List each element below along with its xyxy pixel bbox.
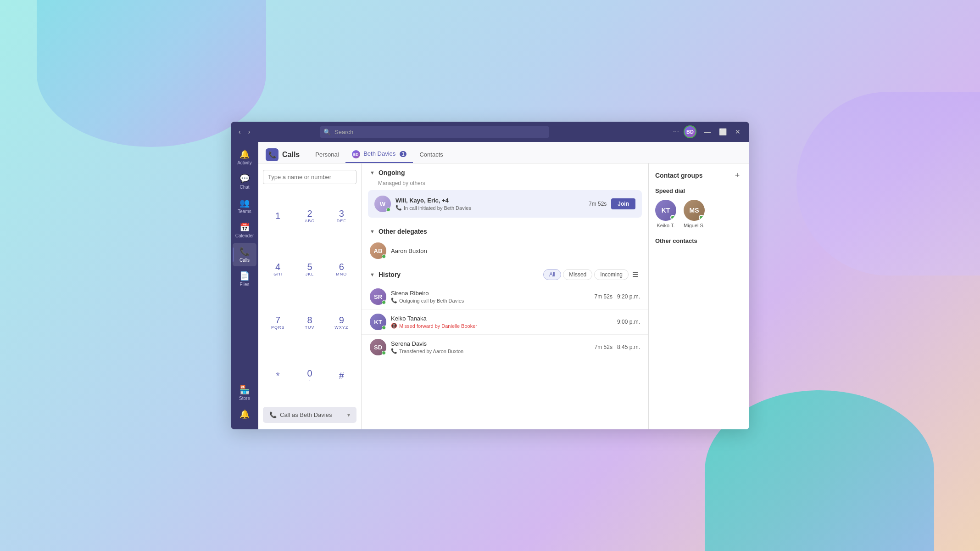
sidebar-item-calendar[interactable]: 📅 Calender [233, 219, 256, 242]
call-as-beth-button[interactable]: 📞 Call as Beth Davies ▾ [263, 407, 356, 423]
minimize-button[interactable]: — [701, 127, 714, 136]
sidebar-item-calls[interactable]: 📞 Calls [233, 243, 256, 266]
sidebar-item-teams[interactable]: 👥 Teams [233, 194, 256, 218]
more-options-icon[interactable]: ··· [673, 128, 679, 136]
ongoing-section-header[interactable]: ▼ Ongoing [362, 163, 648, 179]
dial-key-8[interactable]: 8 TUV [295, 297, 324, 349]
dial-key-5[interactable]: 5 JKL [295, 244, 324, 295]
ongoing-call-name: Will, Kayo, Eric, +4 [395, 197, 584, 204]
contact-groups-panel: Contact groups + Speed dial KT Keiko T. [648, 163, 749, 429]
serena-status-dot [382, 351, 386, 355]
speed-dial-title: Speed dial [655, 187, 743, 194]
dial-letters-9: WXYZ [334, 325, 348, 330]
serena-meta: 7m 52s 8:45 p.m. [595, 344, 640, 350]
user-avatar[interactable]: BD [684, 125, 696, 138]
keiko-time: 9:00 p.m. [617, 319, 640, 325]
dial-letters-2: ABC [305, 219, 315, 223]
sidebar-item-notifications[interactable]: 🔔 [233, 405, 256, 424]
nav-buttons: ‹ › [236, 127, 252, 136]
tab-contacts[interactable]: Contacts [413, 147, 449, 163]
serena-time: 8:45 p.m. [617, 344, 640, 350]
calls-body: 1 2 ABC 3 DEF 4 GHI [258, 163, 749, 429]
dial-key-star[interactable]: * [263, 350, 293, 401]
keiko-sd-avatar: KT [655, 200, 676, 221]
sidebar-item-activity[interactable]: 🔔 Activity [233, 146, 256, 169]
dial-num-hash: # [339, 371, 344, 380]
miguel-sd-name: Miguel S. [684, 223, 705, 228]
history-title: History [379, 271, 401, 278]
call-btn-left: 📞 Call as Beth Davies [269, 411, 332, 418]
filter-all-button[interactable]: All [543, 269, 561, 280]
dial-key-3[interactable]: 3 DEF [327, 191, 356, 242]
ongoing-avatar-wrap: W [374, 196, 391, 212]
sidebar-item-store[interactable]: 🏪 Store [233, 381, 256, 405]
dial-num-star: * [276, 371, 280, 380]
dial-num-5: 5 [307, 262, 312, 271]
dial-key-4[interactable]: 4 GHI [263, 244, 293, 295]
nav-back-button[interactable]: ‹ [236, 127, 243, 136]
dial-key-2[interactable]: 2 ABC [295, 191, 324, 242]
sidebar-item-chat[interactable]: 💬 Chat [233, 170, 256, 193]
dial-key-9[interactable]: 9 WXYZ [327, 297, 356, 349]
sidebar-item-files[interactable]: 📄 Files [233, 267, 256, 291]
sidebar-label-files: Files [239, 282, 249, 287]
sirena-history-info: Sirena Ribeiro 📞 Outgoing call by Beth D… [391, 290, 590, 304]
call-button-label: Call as Beth Davies [280, 411, 332, 418]
tab-personal[interactable]: Personal [309, 147, 345, 163]
dial-letters-5: JKL [306, 272, 314, 276]
dial-key-7[interactable]: 7 PQRS [263, 297, 293, 349]
keiko-sd-status [670, 215, 675, 220]
calendar-icon: 📅 [239, 222, 250, 232]
dial-key-6[interactable]: 6 MNO [327, 244, 356, 295]
delegate-status-dot [382, 254, 386, 259]
sidebar-label-teams: Teams [238, 209, 251, 214]
other-delegates-header[interactable]: ▼ Other delegates [362, 222, 648, 238]
join-call-button[interactable]: Join [611, 198, 635, 209]
ongoing-phone-icon: 📞 [395, 205, 402, 211]
dial-key-0[interactable]: 0 · [295, 350, 324, 401]
close-button[interactable]: ✕ [732, 127, 744, 136]
serena-sub-text: Transferred by Aaron Buxton [399, 349, 463, 354]
calls-tabs: Personal BD Beth Davies 1 Contacts [309, 146, 450, 163]
filter-incoming-button[interactable]: Incoming [594, 269, 629, 280]
ongoing-call-sub-text: In call initiated by Beth Davies [404, 205, 471, 211]
dial-letters-0: · [309, 378, 311, 383]
dial-key-1[interactable]: 1 [263, 191, 293, 242]
add-contact-group-button[interactable]: + [732, 170, 743, 181]
delegates-chevron-icon: ▼ [370, 229, 375, 234]
sirena-duration: 7m 52s [595, 293, 612, 300]
keiko-avatar-wrap: KT [370, 314, 386, 330]
ongoing-call-info: Will, Kayo, Eric, +4 📞 In call initiated… [395, 197, 584, 211]
calls-title: Calls [282, 151, 300, 159]
nav-forward-button[interactable]: › [246, 127, 253, 136]
keiko-call-icon: 📵 [391, 323, 397, 329]
history-row-keiko: KT Keiko Tanaka 📵 Missed forward by Dani… [362, 309, 648, 334]
teams-icon: 👥 [239, 198, 250, 208]
other-delegates-title: Other delegates [379, 228, 427, 235]
history-row-serena: SD Serena Davis 📞 Transferred by Aaron B… [362, 334, 648, 360]
history-chevron-icon: ▼ [370, 272, 375, 277]
keiko-status-dot [382, 326, 386, 330]
filter-options-icon[interactable]: ☰ [630, 269, 640, 280]
dial-input[interactable] [263, 170, 356, 184]
search-input[interactable] [320, 126, 549, 138]
notifications-icon: 🔔 [239, 409, 250, 419]
filter-missed-button[interactable]: Missed [563, 269, 592, 280]
sidebar-label-calendar: Calender [235, 233, 254, 238]
speed-dial-miguel[interactable]: MS Miguel S. [684, 200, 705, 228]
dial-pad: 1 2 ABC 3 DEF 4 GHI [258, 163, 362, 429]
maximize-button[interactable]: ⬜ [716, 127, 730, 136]
dial-letters-3: DEF [337, 219, 346, 223]
sidebar-label-store: Store [239, 396, 250, 401]
sirena-sub: 📞 Outgoing call by Beth Davies [391, 298, 590, 304]
managed-by-others-label: Managed by others [362, 179, 648, 190]
ongoing-call-row: W Will, Kayo, Eric, +4 📞 In call initiat… [368, 190, 642, 218]
dial-key-hash[interactable]: # [327, 350, 356, 401]
dial-letters-8: TUV [305, 325, 314, 330]
sidebar-label-calls: Calls [239, 258, 250, 263]
ongoing-avatar-initials: W [380, 201, 385, 208]
speed-dial-keiko[interactable]: KT Keiko T. [655, 200, 676, 228]
tab-beth-davies[interactable]: BD Beth Davies 1 [345, 146, 413, 163]
window-controls: — ⬜ ✕ [701, 127, 744, 136]
sirena-sub-text: Outgoing call by Beth Davies [399, 298, 464, 304]
